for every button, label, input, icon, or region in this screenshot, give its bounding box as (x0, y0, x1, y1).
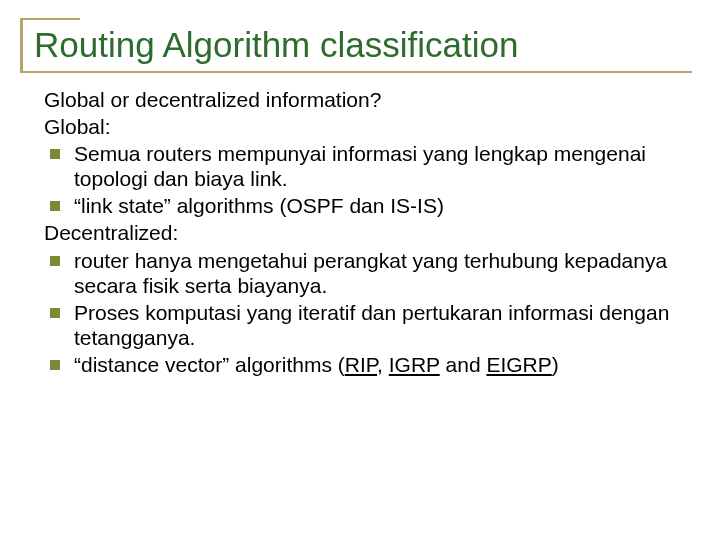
link-igrp[interactable]: IGRP (389, 353, 440, 376)
global-label: Global: (44, 114, 682, 139)
dv-sep: and (440, 353, 487, 376)
bullet-text: Proses komputasi yang iteratif dan pertu… (74, 300, 682, 350)
list-item: Semua routers mempunyai informasi yang l… (44, 141, 682, 191)
square-bullet-icon (50, 149, 60, 159)
list-item: “link state” algorithms (OSPF dan IS-IS) (44, 193, 682, 218)
dv-suffix: ) (552, 353, 559, 376)
title-container: Routing Algorithm classification (20, 18, 692, 73)
slide: Routing Algorithm classification Global … (0, 0, 720, 540)
square-bullet-icon (50, 201, 60, 211)
question-line: Global or decentralized information? (44, 87, 682, 112)
title-top-accent (20, 18, 80, 20)
slide-body: Global or decentralized information? Glo… (20, 73, 692, 378)
dv-prefix: “distance vector” algorithms ( (74, 353, 345, 376)
bullet-text: Semua routers mempunyai informasi yang l… (74, 141, 682, 191)
list-item: Proses komputasi yang iteratif dan pertu… (44, 300, 682, 350)
slide-title: Routing Algorithm classification (34, 26, 692, 65)
square-bullet-icon (50, 308, 60, 318)
list-item: router hanya mengetahui perangkat yang t… (44, 248, 682, 298)
decentralized-label: Decentralized: (44, 220, 682, 245)
list-item: “distance vector” algorithms (RIP, IGRP … (44, 352, 682, 377)
square-bullet-icon (50, 360, 60, 370)
square-bullet-icon (50, 256, 60, 266)
link-eigrp[interactable]: EIGRP (486, 353, 551, 376)
bullet-text: router hanya mengetahui perangkat yang t… (74, 248, 682, 298)
bullet-text: “distance vector” algorithms (RIP, IGRP … (74, 352, 682, 377)
bullet-text: “link state” algorithms (OSPF dan IS-IS) (74, 193, 682, 218)
dv-sep: , (377, 353, 389, 376)
link-rip[interactable]: RIP (345, 353, 377, 376)
